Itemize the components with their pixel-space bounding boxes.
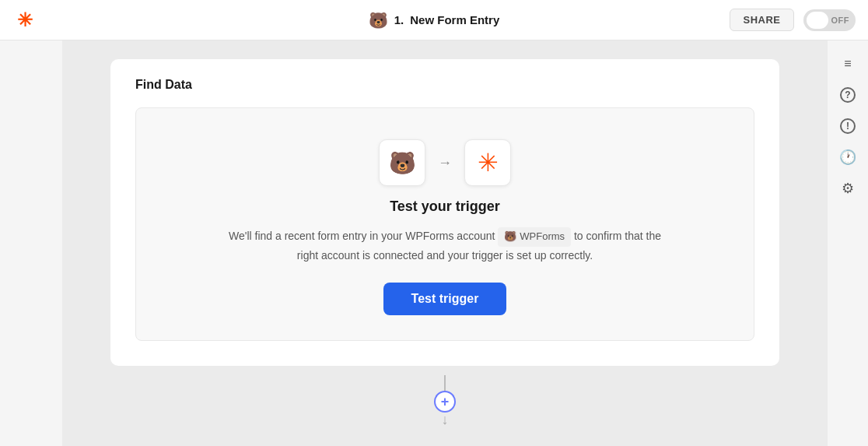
left-sidebar (0, 40, 62, 446)
header-right: SHARE OFF (730, 9, 856, 31)
arrow-icon: → (438, 155, 452, 171)
wpforms-badge: 🐻 WPForms (498, 227, 571, 247)
app-header: ✳ 🐻 1. New Form Entry SHARE OFF (0, 0, 868, 40)
header-title: 1. (394, 13, 404, 26)
toggle-switch[interactable]: OFF (803, 9, 856, 31)
toggle-knob (807, 12, 828, 29)
wpforms-badge-emoji: 🐻 (504, 229, 516, 245)
help-icon-button[interactable]: ? (834, 81, 862, 109)
icon-row: 🐻 → ✳ (379, 139, 511, 186)
wpforms-header-emoji: 🐻 (369, 11, 388, 30)
zapier-app-icon: ✳ (464, 139, 511, 186)
right-sidebar: ≡ ? ! 🕐 ⚙ (828, 40, 868, 446)
settings-icon-button[interactable]: ⚙ (834, 174, 862, 202)
desc-before: We'll find a recent form entry in your W… (229, 230, 495, 242)
main-layout: Find Data 🐻 → ✳ Test your trigger We'll (0, 0, 868, 446)
connector-line-top (444, 375, 446, 391)
wpforms-badge-label: WPForms (520, 229, 565, 245)
connector-area: + ↓ (434, 366, 456, 427)
menu-icon: ≡ (844, 57, 851, 71)
header-center: 🐻 1. New Form Entry (369, 11, 500, 30)
connector-arrow: ↓ (442, 413, 449, 427)
center-content: Find Data 🐻 → ✳ Test your trigger We'll (62, 40, 828, 446)
find-data-title: Find Data (135, 78, 754, 92)
test-trigger-button[interactable]: Test trigger (383, 283, 507, 315)
header-step-title: New Form Entry (410, 13, 499, 26)
header-left: ✳ (12, 8, 37, 33)
trigger-card-desc: We'll find a recent form entry in your W… (227, 227, 663, 264)
find-data-panel: Find Data 🐻 → ✳ Test your trigger We'll (110, 59, 779, 366)
alert-icon: ! (840, 118, 856, 134)
history-icon-button[interactable]: 🕐 (834, 143, 862, 171)
zapier-logo[interactable]: ✳ (12, 8, 37, 33)
trigger-card: 🐻 → ✳ Test your trigger We'll find a rec… (135, 107, 754, 341)
settings-icon: ⚙ (842, 180, 854, 197)
history-icon: 🕐 (839, 149, 856, 166)
wpforms-app-icon: 🐻 (379, 139, 425, 186)
help-icon: ? (840, 87, 856, 103)
share-button[interactable]: SHARE (730, 9, 793, 31)
add-step-button[interactable]: + (434, 391, 456, 413)
alert-icon-button[interactable]: ! (834, 112, 862, 140)
trigger-card-title: Test your trigger (390, 198, 500, 215)
toggle-label: OFF (831, 16, 853, 25)
menu-icon-button[interactable]: ≡ (834, 50, 862, 78)
